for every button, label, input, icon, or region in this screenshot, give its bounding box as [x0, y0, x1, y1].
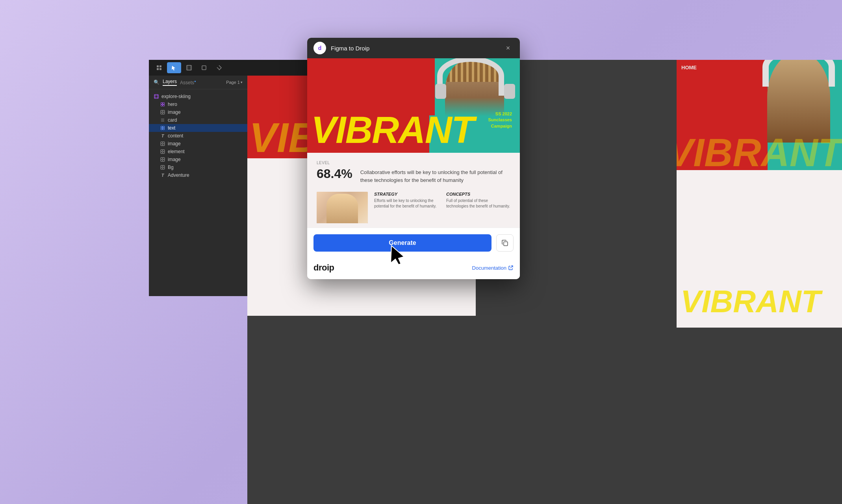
layer-content[interactable]: T content — [149, 132, 247, 140]
toolbar-select-tool[interactable] — [167, 62, 181, 73]
layer-image-2[interactable]: image — [149, 140, 247, 148]
strategy-text: Efforts will be key to unlocking the pot… — [374, 198, 438, 209]
svg-rect-14 — [163, 103, 165, 104]
content-thumbnail — [317, 192, 368, 223]
svg-rect-49 — [504, 242, 508, 246]
svg-rect-46 — [163, 166, 165, 167]
svg-rect-7 — [202, 66, 206, 70]
svg-rect-34 — [161, 150, 165, 154]
page-selector[interactable]: Page 1 ▾ — [226, 80, 243, 85]
svg-rect-41 — [163, 158, 165, 159]
svg-rect-37 — [161, 152, 163, 154]
svg-rect-48 — [163, 168, 165, 169]
modal-bottom: droip Documentation — [307, 258, 520, 279]
svg-rect-29 — [161, 142, 165, 146]
image-icon-2 — [160, 141, 165, 146]
svg-rect-19 — [163, 111, 165, 112]
image-icon — [160, 109, 165, 115]
svg-rect-4 — [187, 65, 191, 70]
hero-vibrant-text: VIBRANT — [311, 111, 474, 149]
layer-bg[interactable]: Bg — [149, 163, 247, 171]
modal-header: d Figma to Droip × — [307, 38, 520, 58]
content-row: STRATEGY Efforts will be key to unlockin… — [317, 192, 510, 223]
hero-ss-label: SS 2022 Sunclasses Campaign — [488, 111, 512, 129]
stat-description: Collaborative efforts will be key to unl… — [360, 161, 510, 184]
layer-image-3[interactable]: image — [149, 156, 247, 163]
layer-hero[interactable]: hero — [149, 100, 247, 108]
home-label: HOME — [681, 65, 697, 70]
stat-label: LEVEL — [317, 161, 352, 165]
layer-explore-skiing[interactable]: explore-skiing — [149, 93, 247, 100]
generate-button[interactable]: Generate — [313, 234, 491, 252]
svg-rect-40 — [161, 158, 163, 159]
layer-element[interactable]: element — [149, 148, 247, 156]
assets-tab[interactable]: Assets● — [180, 80, 196, 85]
svg-rect-38 — [163, 152, 165, 154]
svg-rect-42 — [161, 160, 163, 161]
droip-wordmark: droip — [313, 263, 334, 273]
plugin-modal: d Figma to Droip × — [307, 38, 520, 279]
droip-logo-icon: d — [313, 42, 326, 54]
svg-rect-18 — [161, 111, 163, 112]
svg-rect-33 — [163, 144, 165, 146]
svg-rect-3 — [159, 68, 161, 70]
close-button[interactable]: × — [503, 43, 514, 54]
concepts-card: CONCEPTS Full of potential of these tech… — [446, 192, 510, 209]
figma-sidebar: 🔍 Layers Assets● Page 1 ▾ explore-skiing — [149, 76, 247, 296]
svg-rect-28 — [163, 128, 165, 130]
image-icon-3 — [160, 157, 165, 162]
svg-rect-20 — [161, 113, 163, 114]
canvas-right-design: HOME VIBRANT VIBRANT — [677, 60, 842, 504]
layer-card[interactable]: card — [149, 116, 247, 124]
svg-rect-27 — [161, 128, 163, 130]
sidebar-tabs: 🔍 Layers Assets● Page 1 ▾ — [149, 76, 247, 89]
svg-rect-47 — [161, 168, 163, 169]
svg-rect-35 — [161, 150, 163, 152]
frame-icon — [154, 94, 159, 99]
toolbar-pen-tool[interactable] — [212, 62, 226, 73]
modal-preview-area: VIBRANT SS 2022 Sunclasses Campaign LEVE… — [307, 58, 520, 228]
modal-footer: Generate — [307, 228, 520, 258]
toolbar-grid-tool[interactable] — [152, 62, 166, 73]
text-component-icon — [160, 125, 165, 131]
content-cards: STRATEGY Efforts will be key to unlockin… — [374, 192, 510, 209]
preview-hero: VIBRANT SS 2022 Sunclasses Campaign — [307, 58, 520, 153]
component-icon-2 — [160, 117, 165, 123]
vibrant-bottom-text: VIBRANT — [681, 287, 821, 316]
strategy-title: STRATEGY — [374, 192, 438, 196]
svg-rect-21 — [163, 113, 165, 114]
concepts-text: Full of potential of these technologies … — [446, 198, 510, 209]
right-content: VIBRANT — [677, 170, 842, 328]
layer-image-1[interactable]: image — [149, 108, 247, 116]
toolbar-shape-tool[interactable] — [197, 62, 211, 73]
stat-value: 68.4% — [317, 167, 352, 181]
documentation-link[interactable]: Documentation — [472, 265, 514, 271]
search-icon[interactable]: 🔍 — [154, 80, 159, 85]
copy-button[interactable] — [496, 234, 514, 252]
copy-icon — [501, 239, 508, 246]
svg-rect-15 — [161, 105, 163, 106]
svg-rect-13 — [161, 103, 163, 104]
layers-panel: explore-skiing hero — [149, 89, 247, 296]
svg-rect-43 — [163, 160, 165, 161]
layer-adventure[interactable]: T Adventure — [149, 171, 247, 179]
layer-text[interactable]: text — [149, 124, 247, 132]
stat-block: LEVEL 68.4% — [317, 161, 352, 184]
adventure-text-icon: T — [160, 172, 165, 178]
svg-rect-0 — [157, 65, 159, 67]
element-icon — [160, 149, 165, 154]
svg-rect-32 — [161, 144, 163, 146]
svg-rect-44 — [161, 165, 165, 169]
right-hero-section: HOME VIBRANT — [677, 60, 842, 170]
external-link-icon — [508, 265, 514, 271]
vibrant-right-text: VIBRANT — [677, 135, 842, 170]
svg-rect-45 — [161, 166, 163, 167]
layers-tab[interactable]: Layers — [163, 79, 177, 86]
svg-rect-8 — [154, 94, 158, 98]
svg-rect-17 — [161, 110, 165, 114]
toolbar-frame-tool[interactable] — [182, 62, 196, 73]
component-icon — [160, 102, 165, 107]
stats-row: LEVEL 68.4% Collaborative efforts will b… — [317, 161, 510, 184]
preview-content-section: LEVEL 68.4% Collaborative efforts will b… — [307, 153, 520, 228]
svg-rect-39 — [161, 158, 165, 161]
